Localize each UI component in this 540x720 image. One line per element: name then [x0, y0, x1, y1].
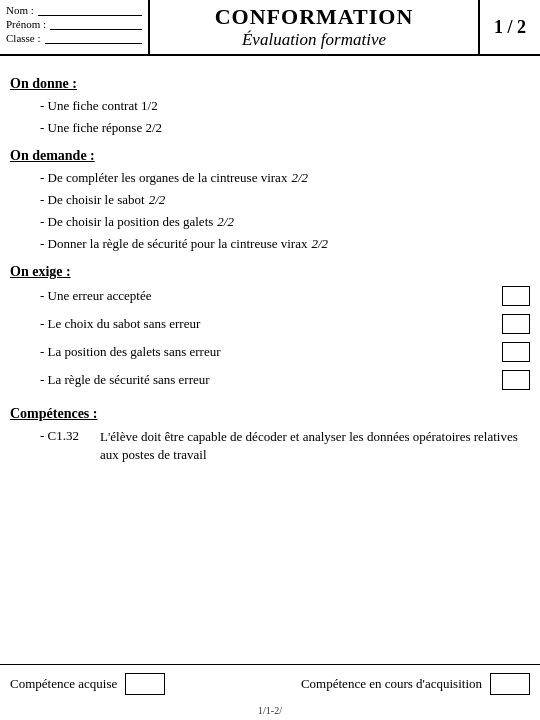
on-demande-title: On demande : [10, 148, 530, 164]
classe-label: Classe : [6, 32, 41, 44]
competences-items: - C1.32 L'élève doit être capable de déc… [40, 428, 530, 464]
list-item: - Le choix du sabot sans erreur [40, 314, 530, 334]
on-exige-title: On exige : [10, 264, 530, 280]
page-number: 1 / 2 [480, 0, 540, 54]
demande-item-3-text: - De choisir la position des galets [40, 214, 213, 230]
header-title: CONFORMATION Évaluation formative [150, 0, 480, 54]
demande-item-3-fraction: 2/2 [217, 214, 234, 230]
exige-item-3: - La position des galets sans erreur [40, 344, 492, 360]
exige-checkbox-3[interactable] [502, 342, 530, 362]
demande-item-2-text: - De choisir le sabot [40, 192, 145, 208]
footer-left-label: Compétence acquise [10, 676, 117, 692]
nom-input-line [38, 4, 142, 16]
list-item: - De compléter les organes de la cintreu… [40, 170, 530, 186]
demande-item-1-fraction: 2/2 [291, 170, 308, 186]
prenom-label: Prénom : [6, 18, 46, 30]
nom-label: Nom : [6, 4, 34, 16]
content: On donne : - Une fiche contrat 1/2 - Une… [0, 56, 540, 664]
classe-row: Classe : [6, 32, 142, 44]
exige-item-2: - Le choix du sabot sans erreur [40, 316, 492, 332]
competence-desc-1: L'élève doit être capable de décoder et … [100, 428, 530, 464]
on-donne-section: On donne : - Une fiche contrat 1/2 - Une… [10, 76, 530, 136]
demande-item-4-text: - Donner la règle de sécurité pour la ci… [40, 236, 307, 252]
exige-checkbox-2[interactable] [502, 314, 530, 334]
on-exige-section: On exige : - Une erreur acceptée - Le ch… [10, 264, 530, 390]
title-main: CONFORMATION [215, 4, 414, 30]
header: Nom : Prénom : Classe : CONFORMATION Éva… [0, 0, 540, 56]
footer-right: Compétence en cours d'acquisition [301, 673, 530, 695]
exige-item-4: - La règle de sécurité sans erreur [40, 372, 492, 388]
on-donne-title: On donne : [10, 76, 530, 92]
list-item: - C1.32 L'élève doit être capable de déc… [40, 428, 530, 464]
demande-item-4-fraction: 2/2 [311, 236, 328, 252]
list-item: - La règle de sécurité sans erreur [40, 370, 530, 390]
title-sub: Évaluation formative [242, 30, 386, 50]
footer: Compétence acquise Compétence en cours d… [0, 664, 540, 703]
competences-title: Compétences : [10, 406, 530, 422]
list-item: - Une fiche contrat 1/2 [40, 98, 530, 114]
list-item: - Une fiche réponse 2/2 [40, 120, 530, 136]
nom-row: Nom : [6, 4, 142, 16]
footer-left: Compétence acquise [10, 673, 293, 695]
demande-item-1-text: - De compléter les organes de la cintreu… [40, 170, 287, 186]
prenom-row: Prénom : [6, 18, 142, 30]
on-demande-section: On demande : - De compléter les organes … [10, 148, 530, 252]
competence-cours-checkbox[interactable] [490, 673, 530, 695]
competences-section: Compétences : - C1.32 L'élève doit être … [10, 406, 530, 464]
page-ref-footer: 1/1-2/ [0, 703, 540, 720]
on-exige-items: - Une erreur acceptée - Le choix du sabo… [40, 286, 530, 390]
list-item: - La position des galets sans erreur [40, 342, 530, 362]
on-donne-items: - Une fiche contrat 1/2 - Une fiche répo… [40, 98, 530, 136]
classe-input-line [45, 32, 142, 44]
prenom-input-line [50, 18, 142, 30]
demande-item-2-fraction: 2/2 [149, 192, 166, 208]
on-demande-items: - De compléter les organes de la cintreu… [40, 170, 530, 252]
list-item: - De choisir la position des galets 2/2 [40, 214, 530, 230]
competence-acquise-checkbox[interactable] [125, 673, 165, 695]
competence-code-1: - C1.32 [40, 428, 90, 444]
page: Nom : Prénom : Classe : CONFORMATION Éva… [0, 0, 540, 720]
list-item: - Donner la règle de sécurité pour la ci… [40, 236, 530, 252]
on-donne-item-2: - Une fiche réponse 2/2 [40, 120, 162, 136]
exige-checkbox-4[interactable] [502, 370, 530, 390]
exige-item-1: - Une erreur acceptée [40, 288, 492, 304]
on-donne-item-1: - Une fiche contrat 1/2 [40, 98, 158, 114]
exige-checkbox-1[interactable] [502, 286, 530, 306]
header-fields: Nom : Prénom : Classe : [0, 0, 150, 54]
list-item: - Une erreur acceptée [40, 286, 530, 306]
list-item: - De choisir le sabot 2/2 [40, 192, 530, 208]
footer-right-label: Compétence en cours d'acquisition [301, 676, 482, 692]
